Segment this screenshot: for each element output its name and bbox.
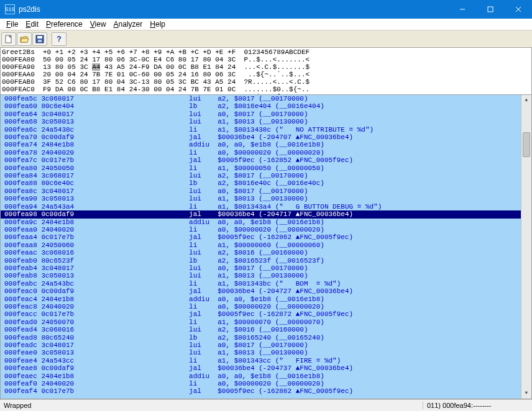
scroll-down-button[interactable]: ▼ <box>521 388 531 399</box>
question-icon: ? <box>57 34 62 43</box>
title-bar: 515 ps2dis <box>0 0 532 19</box>
disasm-row[interactable]: 000feac8 24040020 li a0, $00000020 (__00… <box>1 303 531 310</box>
disasm-row[interactable]: 000feae4 24a543cc li a1, $801343cc (" FI… <box>1 357 531 364</box>
disasm-row[interactable]: 000fea74 2484e1b8 addiu a0, a0, $e1b8 (_… <box>1 141 531 148</box>
save-button[interactable] <box>32 32 47 46</box>
disasm-row[interactable]: 000fead4 3c068016 lui a2, $8016 (__00160… <box>1 326 531 333</box>
menu-bar: File Edit Preference View Analyzer Help <box>0 19 532 30</box>
scroll-thumb[interactable] <box>523 132 530 157</box>
scroll-up-button[interactable]: ▲ <box>521 95 531 106</box>
disasm-row[interactable]: 000feaac 3c068016 lui a2, $8016 (__00160… <box>1 249 531 256</box>
disasm-row[interactable]: 000fead0 24050070 li a1, $00000070 (__00… <box>1 318 531 326</box>
disasm-row[interactable]: 000fead8 80c65240 lb a2, $80165240 (__00… <box>1 334 531 341</box>
disasm-row[interactable]: 000feab4 3c048017 lui a0, $8017 (__00170… <box>1 264 531 272</box>
disasm-row[interactable]: 000fea5c 3c068017 lui a2, $8017 (__00170… <box>1 95 531 102</box>
disasm-row[interactable]: 000fea7c 0c017e7b jal $0005f9ec (-162852… <box>1 156 531 164</box>
disasm-row[interactable]: 000fea98 0c00daf9 jal $00036be4 (-204717… <box>1 210 531 218</box>
new-button[interactable] <box>1 32 16 46</box>
disasm-row[interactable]: 000feadc 3c048017 lui a0, $8017 (__00170… <box>1 341 531 349</box>
svg-rect-6 <box>37 36 42 38</box>
disasm-row[interactable]: 000feaf0 24040020 li a0, $00000020 (__00… <box>1 380 531 387</box>
disasm-row[interactable]: 000fea6c 24a5438c li a1, $8013438c (" NO… <box>1 126 531 133</box>
status-right: 011) 000fea94:-------- <box>423 402 532 409</box>
disasm-row[interactable]: 000feaa0 24040020 li a0, $00000020 (__00… <box>1 226 531 233</box>
window-title: ps2dis <box>19 5 448 14</box>
menu-help[interactable]: Help <box>146 20 169 29</box>
disasm-row[interactable]: 000fea80 24050050 li a1, $00000050 (__00… <box>1 165 531 172</box>
disasm-row[interactable]: 000fea9c 2484e1b8 addiu a0, a0, $e1b8 (_… <box>1 219 531 226</box>
menu-preference[interactable]: Preference <box>42 20 86 29</box>
status-left: Wrapped <box>0 402 423 409</box>
disasm-row[interactable]: 000feacc 0c017e7b jal $0005f9ec (-162872… <box>1 310 531 318</box>
disasm-row[interactable]: 000feaec 2484e1b8 addiu a0, a0, $e1b8 (_… <box>1 373 531 380</box>
close-button[interactable] <box>504 0 532 19</box>
disasm-row[interactable]: 000feae8 0c00daf9 jal $00036be4 (-204737… <box>1 364 531 372</box>
menu-file[interactable]: File <box>2 20 22 29</box>
app-icon: 515 <box>5 4 15 14</box>
disasm-row[interactable]: 000fea90 3c058013 lui a1, $8013 (__00130… <box>1 195 531 202</box>
hex-pane[interactable]: Greet2Bs +0 +1 +2 +3 +4 +5 +6 +7 +8 +9 +… <box>0 48 532 95</box>
status-bar: Wrapped 011) 000fea94:-------- <box>0 399 532 411</box>
disasm-row[interactable]: 000fea78 24040020 li a0, $00000020 (__00… <box>1 149 531 156</box>
disassembly-pane[interactable]: 000fea5c 3c068017 lui a2, $8017 (__00170… <box>0 95 532 399</box>
disasm-row[interactable]: 000feab8 3c058013 lui a1, $8013 (__00130… <box>1 272 531 279</box>
disasm-row[interactable]: 000feac4 2484e1b8 addiu a0, a0, $e1b8 (_… <box>1 296 531 303</box>
disasm-row[interactable]: 000feab0 80c6523f lb a2, $8016523f (__00… <box>1 257 531 264</box>
menu-view[interactable]: View <box>86 20 110 29</box>
disasm-row[interactable]: 000feae0 3c058013 lui a1, $8013 (__00130… <box>1 349 531 356</box>
disasm-row[interactable]: 000fea64 3c048017 lui a0, $8017 (__00170… <box>1 111 531 118</box>
svg-rect-7 <box>38 40 42 42</box>
menu-edit[interactable]: Edit <box>22 20 42 29</box>
svg-rect-1 <box>488 7 493 12</box>
help-button[interactable]: ? <box>52 32 66 46</box>
open-button[interactable] <box>17 32 32 46</box>
disasm-row[interactable]: 000fea94 24a543a4 li a1, $801343a4 (" G … <box>1 203 531 210</box>
disasm-row[interactable]: 000feaa8 24050060 li a1, $00000060 (__00… <box>1 242 531 249</box>
disasm-row[interactable]: 000fea88 80c6e40c lb a2, $8016e40c (__00… <box>1 179 531 187</box>
toolbar: ? <box>0 30 532 48</box>
disasm-row[interactable]: 000feaa4 0c017e7b jal $0005f9ec (-162862… <box>1 233 531 241</box>
menu-analyzer[interactable]: Analyzer <box>110 20 147 29</box>
disasm-row[interactable]: 000feabc 24a543bc li a1, $801343bc (" BO… <box>1 280 531 287</box>
disasm-row[interactable]: 000fea84 3c068017 lui a2, $8017 (__00170… <box>1 172 531 179</box>
disasm-row[interactable]: 000fea60 80c6e404 lb a2, $8016e404 (__00… <box>1 102 531 110</box>
maximize-button[interactable] <box>476 0 504 19</box>
disasm-row[interactable]: 000fea8c 3c048017 lui a0, $8017 (__00170… <box>1 187 531 195</box>
scrollbar[interactable]: ▲ ▼ <box>521 95 531 399</box>
disasm-row[interactable]: 000feaf4 0c017e7b jal $0005f9ec (-162882… <box>1 387 531 395</box>
minimize-button[interactable] <box>448 0 476 19</box>
disasm-row[interactable]: 000fea70 0c00daf9 jal $00036be4 (-204707… <box>1 133 531 141</box>
disasm-row[interactable]: 000fea68 3c058013 lui a1, $8013 (__00130… <box>1 118 531 125</box>
disasm-row[interactable]: 000feac0 0c00daf9 jal $00036be4 (-204727… <box>1 287 531 295</box>
